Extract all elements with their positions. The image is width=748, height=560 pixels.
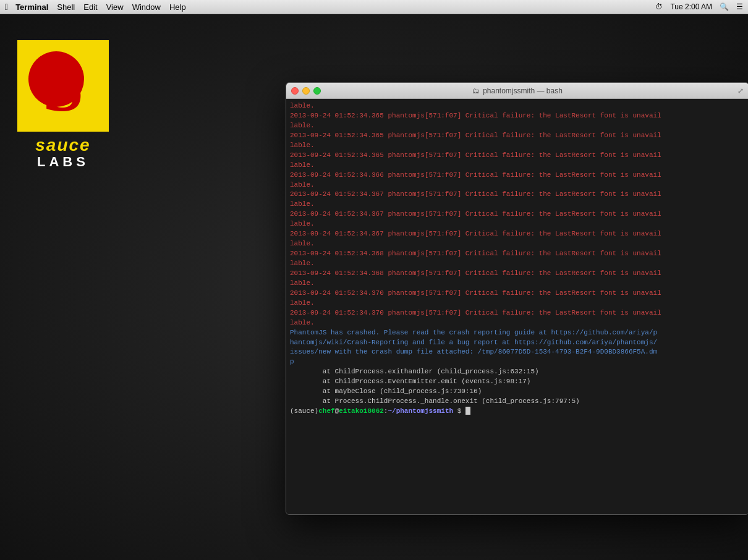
terminal-line: lable. <box>290 239 745 249</box>
logo-box: S <box>17 40 109 132</box>
desktop: S sauce LABS 🗂 phantomjssmith — bash ⤢ l… <box>0 14 748 560</box>
clock-display: Tue 2:00 AM <box>670 2 712 11</box>
prompt-dollar: $ <box>453 407 465 415</box>
terminal-line: at ChildProcess.EventEmitter.emit (event… <box>290 377 745 387</box>
terminal-line: lable. <box>290 200 745 210</box>
prompt-path: ~/phantomjssmith <box>388 407 453 415</box>
menu-terminal[interactable]: Terminal <box>15 2 48 12</box>
terminal-line: lable. <box>290 180 745 190</box>
time-machine-icon: ⏱ <box>655 2 663 11</box>
terminal-line: 2013-09-24 01:52:34.366 phantomjs[571:f0… <box>290 171 745 180</box>
menu-edit[interactable]: Edit <box>83 2 97 12</box>
terminal-prompt: (sauce)chef@eitako18062:~/phantomjssmith… <box>290 407 745 417</box>
close-button[interactable] <box>291 87 299 95</box>
menubar-right: ⏱ Tue 2:00 AM 🔍 ☰ <box>655 2 743 11</box>
terminal-line: lable. <box>290 259 745 269</box>
terminal-line: PhantomJS has crashed. Please read the c… <box>290 328 745 338</box>
terminal-line: at Process.ChildProcess._handle.onexit (… <box>290 397 745 407</box>
list-icon[interactable]: ☰ <box>736 2 743 11</box>
menu-help[interactable]: Help <box>169 2 186 12</box>
apple-menu[interactable]:  <box>5 2 8 12</box>
terminal-line: lable. <box>290 101 745 111</box>
terminal-window: 🗂 phantomjssmith — bash ⤢ lable.2013-09-… <box>286 82 748 515</box>
terminal-line: lable. <box>290 141 745 151</box>
terminal-line: 2013-09-24 01:52:34.368 phantomjs[571:f0… <box>290 249 745 259</box>
terminal-line: 2013-09-24 01:52:34.365 phantomjs[571:f0… <box>290 131 745 141</box>
terminal-title-text: phantomjssmith — bash <box>483 87 563 95</box>
terminal-body[interactable]: lable.2013-09-24 01:52:34.365 phantomjs[… <box>286 99 748 514</box>
terminal-line: 2013-09-24 01:52:34.368 phantomjs[571:f0… <box>290 269 745 279</box>
cursor <box>465 407 470 415</box>
terminal-line: 2013-09-24 01:52:34.367 phantomjs[571:f0… <box>290 190 745 200</box>
menubar:  Terminal Shell Edit View Window Help ⏱… <box>0 0 748 14</box>
terminal-line: lable. <box>290 121 745 131</box>
terminal-line: lable. <box>290 318 745 328</box>
prompt-host: eitako18062 <box>339 407 384 415</box>
logo-text: sauce LABS <box>17 135 109 170</box>
terminal-line: 2013-09-24 01:52:34.370 phantomjs[571:f0… <box>290 289 745 299</box>
logo-sauce-text: sauce <box>17 135 109 155</box>
terminal-line: 2013-09-24 01:52:34.365 phantomjs[571:f0… <box>290 151 745 161</box>
terminal-line: lable. <box>290 161 745 171</box>
terminal-line: 2013-09-24 01:52:34.367 phantomjs[571:f0… <box>290 210 745 219</box>
search-icon[interactable]: 🔍 <box>720 2 729 11</box>
logo-letter-s: S <box>43 49 84 123</box>
minimize-button[interactable] <box>302 87 310 95</box>
terminal-title: 🗂 phantomjssmith — bash <box>472 87 563 95</box>
terminal-line: 2013-09-24 01:52:34.367 phantomjs[571:f0… <box>290 229 745 239</box>
sauce-labs-logo: S sauce LABS <box>17 40 109 170</box>
maximize-button[interactable] <box>313 87 321 95</box>
terminal-line: lable. <box>290 299 745 308</box>
menu-shell[interactable]: Shell <box>57 2 75 12</box>
terminal-titlebar: 🗂 phantomjssmith — bash ⤢ <box>286 83 748 99</box>
terminal-line: at ChildProcess.exithandler (child_proce… <box>290 367 745 377</box>
folder-icon: 🗂 <box>472 87 480 95</box>
terminal-line: lable. <box>290 279 745 289</box>
logo-labs-text: LABS <box>17 154 109 170</box>
terminal-line: p <box>290 357 745 367</box>
terminal-line: lable. <box>290 219 745 229</box>
expand-button[interactable]: ⤢ <box>737 87 744 95</box>
menu-window[interactable]: Window <box>132 2 161 12</box>
terminal-line: 2013-09-24 01:52:34.370 phantomjs[571:f0… <box>290 308 745 318</box>
traffic-lights <box>291 87 321 95</box>
terminal-line: at maybeClose (child_process.js:730:16) <box>290 387 745 397</box>
terminal-line: 2013-09-24 01:52:34.365 phantomjs[571:f0… <box>290 111 745 121</box>
terminal-line: issues/new with the crash dump file atta… <box>290 347 745 357</box>
terminal-line: hantomjs/wiki/Crash-Reporting and file a… <box>290 338 745 348</box>
prompt-prefix: (sauce) <box>290 407 318 415</box>
prompt-username: chef <box>318 407 334 415</box>
menu-view[interactable]: View <box>106 2 124 12</box>
